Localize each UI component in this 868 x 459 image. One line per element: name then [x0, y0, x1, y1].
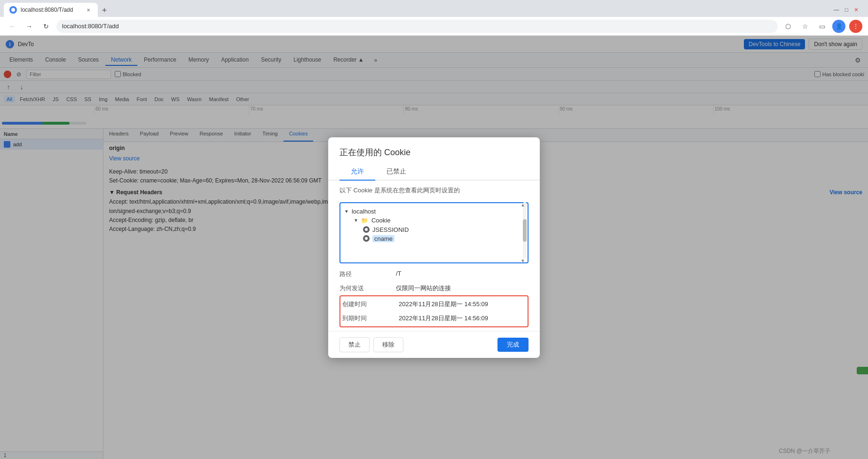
svg-point-1: [365, 228, 368, 231]
done-button[interactable]: 完成: [497, 338, 529, 352]
modal-footer: 禁止 移除 完成: [328, 331, 540, 358]
modal-tab-bar: 允许 已禁止: [328, 164, 540, 181]
time-highlight-box: 创建时间 2022年11月28日星期一 14:55:09 到期时间 2022年1…: [339, 295, 529, 327]
modal-tab-blocked[interactable]: 已禁止: [375, 164, 418, 181]
tree-node-jsessionid[interactable]: JSESSIONID: [344, 225, 524, 234]
split-screen-icon[interactable]: ▭: [815, 20, 829, 33]
bookmark-icon[interactable]: ☆: [798, 20, 812, 33]
remove-button[interactable]: 移除: [373, 337, 403, 352]
new-tab-button[interactable]: +: [98, 4, 111, 17]
path-value: /T: [396, 270, 402, 277]
cname-label: cname: [372, 235, 395, 242]
scroll-down-arrow[interactable]: ▼: [521, 258, 525, 263]
send-for-value: 仅限同一网站的连接: [396, 284, 451, 293]
tab-close-button[interactable]: ✕: [85, 6, 92, 14]
jsessionid-label: JSESSIONID: [372, 226, 409, 233]
cookie-details: 路径 /T 为何发送 仅限同一网站的连接 创建时间 2022年11月28日星期一…: [328, 267, 540, 331]
svg-point-0: [11, 8, 15, 12]
tree-node-cname[interactable]: cname: [344, 234, 524, 243]
main-area: i DevTo DevTools to Chinese Don't show a…: [0, 36, 868, 459]
window-controls: — □ ✕: [832, 5, 864, 17]
modal-title: 正在使用的 Cookie: [328, 137, 540, 164]
footer-left-buttons: 禁止 移除: [339, 337, 403, 352]
created-value: 2022年11月28日星期一 14:55:09: [399, 300, 488, 309]
modal-description: 以下 Cookie 是系统在您查看此网页时设置的: [328, 181, 540, 198]
tab-title: localhost:8080/T/add: [21, 7, 73, 13]
modal-scroll-track: [523, 202, 527, 259]
modal-scroll-arrows: ▲: [519, 202, 527, 207]
profile-icon[interactable]: 👤: [832, 20, 845, 33]
cookie-dot-icon-2: [363, 235, 370, 242]
svg-point-2: [365, 237, 368, 240]
address-bar[interactable]: localhost:8080/T/add: [56, 20, 778, 33]
window-maximize-button[interactable]: □: [843, 5, 850, 15]
folder-icon: 📁: [361, 217, 369, 224]
back-button[interactable]: ←: [6, 20, 19, 33]
address-bar-row: ← → ↻ localhost:8080/T/add ⬡ ☆ ▭ 👤 ⋮: [0, 17, 868, 36]
window-minimize-button[interactable]: —: [832, 5, 841, 15]
expires-label: 到期时间: [342, 314, 399, 323]
path-row: 路径 /T: [339, 267, 529, 281]
cookie-folder-label: Cookie: [371, 217, 390, 224]
cookie-modal-overlay: 正在使用的 Cookie 允许 已禁止 以下 Cookie 是系统在您查看此网页…: [0, 36, 868, 459]
tree-node-localhost[interactable]: ▼ localhost: [344, 207, 524, 216]
address-text: localhost:8080/T/add: [62, 23, 119, 30]
browser-window: localhost:8080/T/add ✕ + — □ ✕ ← → ↻ loc…: [0, 0, 868, 459]
created-row: 创建时间 2022年11月28日星期一 14:55:09: [342, 297, 526, 311]
send-for-row: 为何发送 仅限同一网站的连接: [339, 281, 529, 295]
browser-tab[interactable]: localhost:8080/T/add ✕: [4, 3, 98, 17]
path-label: 路径: [339, 270, 396, 278]
send-for-label: 为何发送: [339, 284, 396, 293]
window-close-button[interactable]: ✕: [852, 5, 860, 15]
expires-row: 到期时间 2022年11月28日星期一 14:56:09: [342, 311, 526, 325]
modal-scroll-thumb[interactable]: [523, 219, 527, 242]
expires-value: 2022年11月28日星期一 14:56:09: [399, 314, 488, 323]
tab-bar: localhost:8080/T/add ✕ + — □ ✕: [0, 0, 868, 17]
localhost-arrow: ▼: [344, 209, 349, 214]
reload-button[interactable]: ↻: [39, 20, 53, 33]
tree-node-cookie-folder[interactable]: ▼ 📁 Cookie: [344, 216, 524, 225]
cookie-dot-icon-1: [363, 226, 370, 233]
cookie-tree: ▼ localhost ▼ 📁 Cookie: [339, 202, 529, 263]
scroll-up-arrow[interactable]: ▲: [521, 202, 525, 207]
cast-icon[interactable]: ⬡: [781, 20, 795, 33]
created-label: 创建时间: [342, 300, 399, 309]
tab-favicon: [9, 6, 17, 14]
ban-button[interactable]: 禁止: [339, 337, 370, 352]
localhost-label: localhost: [352, 208, 376, 215]
cookie-tree-wrapper: ▼ localhost ▼ 📁 Cookie: [328, 198, 540, 267]
forward-button[interactable]: →: [23, 20, 36, 33]
chrome-menu-icon[interactable]: ⋮: [849, 20, 862, 33]
modal-scroll-down: ▼: [519, 258, 527, 263]
cookie-folder-arrow: ▼: [354, 218, 358, 223]
modal-tab-allow[interactable]: 允许: [339, 164, 375, 181]
cookie-modal: 正在使用的 Cookie 允许 已禁止 以下 Cookie 是系统在您查看此网页…: [328, 137, 540, 358]
